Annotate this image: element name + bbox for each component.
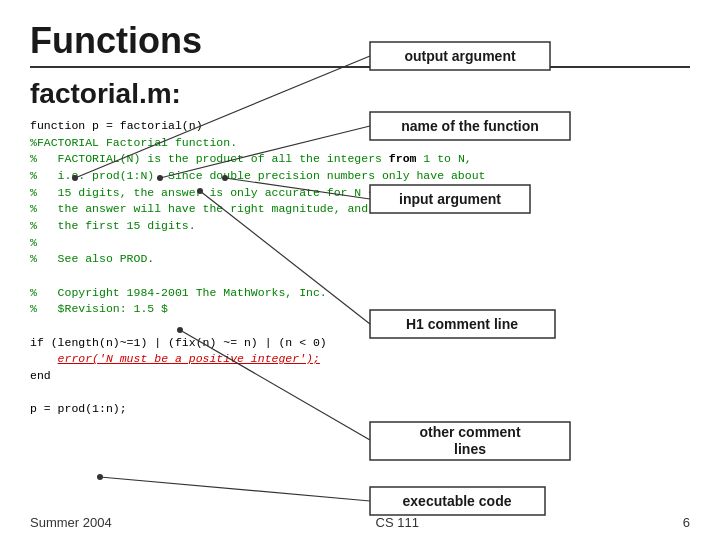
title-underline — [30, 66, 690, 68]
code-comment-10: % $Revision: 1.5 $ — [30, 302, 168, 315]
svg-rect-17 — [370, 487, 545, 515]
code-block: function p = factorial(n) %FACTORIAL Fac… — [30, 118, 690, 418]
code-comment-9: % Copyright 1984-2001 The MathWorks, Inc… — [30, 286, 327, 299]
svg-text:lines: lines — [454, 441, 486, 457]
code-comment-5: % the answer will have the right magnitu… — [30, 202, 479, 215]
code-keyword: function — [30, 119, 85, 132]
code-comment-6: % the first 15 digits. — [30, 219, 196, 232]
slide-title: Functions — [30, 20, 690, 62]
code-comment-7: % — [30, 236, 37, 249]
code-if: if (length(n)~=1) | (fix(n) ~= n) | (n <… — [30, 336, 327, 349]
code-end: end — [30, 369, 51, 382]
code-prod: p = prod(1:n); — [30, 402, 127, 415]
code-error: error('N must be a positive integer'); — [58, 352, 320, 365]
footer-left: Summer 2004 — [30, 515, 112, 530]
slide-subtitle: factorial.m: — [30, 78, 690, 110]
svg-text:other comment: other comment — [419, 424, 520, 440]
exec-code-label: executable code — [403, 493, 512, 509]
svg-rect-12 — [370, 422, 570, 460]
code-comment-4: % 15 digits, the answer is only accurate… — [30, 186, 506, 199]
code-comment-8: % See also PROD. — [30, 252, 154, 265]
slide: Functions factorial.m: function p = fact… — [0, 0, 720, 540]
code-comment-3: % i.e. prod(1:N). Since double precision… — [30, 169, 485, 182]
code-comment-2: % FACTORIAL(N) is the product of all the… — [30, 152, 472, 165]
svg-line-18 — [100, 477, 370, 501]
svg-point-19 — [97, 474, 103, 480]
footer-right: 6 — [683, 515, 690, 530]
code-comment-1: %FACTORIAL Factorial function. — [30, 136, 237, 149]
footer-center: CS 111 — [376, 515, 419, 530]
footer: Summer 2004 CS 111 6 — [0, 515, 720, 530]
